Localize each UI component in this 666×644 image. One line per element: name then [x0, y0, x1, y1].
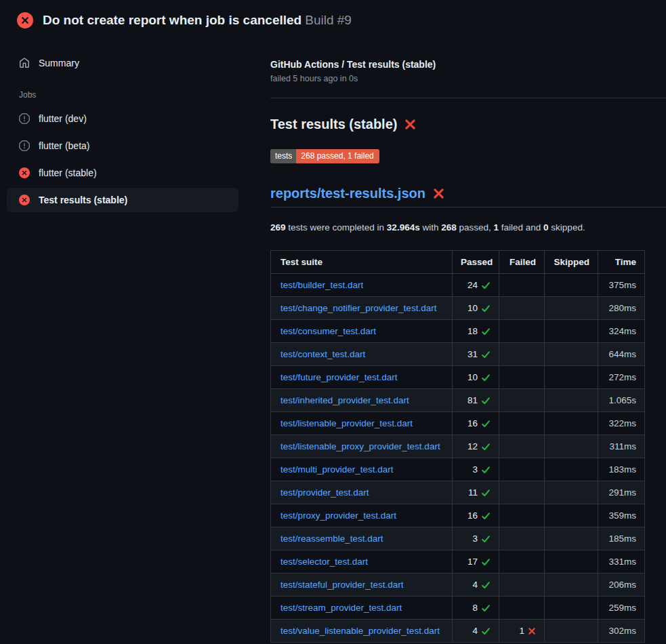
build-number: Build #9	[305, 13, 352, 27]
duration: 32.964s	[387, 222, 420, 233]
skipped-cell	[545, 435, 598, 458]
passed-count: 268	[441, 222, 457, 233]
report-title: reports/test-results.json	[270, 186, 666, 207]
jobs-section-label: Jobs	[0, 73, 270, 104]
suite-cell: test/stream_provider_test.dart	[271, 597, 453, 620]
failed-cell	[499, 274, 545, 297]
sidebar-item-flutter-dev[interactable]: flutter (dev)	[7, 106, 238, 131]
passed-cell: 4	[453, 573, 499, 597]
skipped-cell	[545, 366, 598, 389]
suite-cell: test/future_provider_test.dart	[271, 366, 453, 389]
section-title: Test results (stable)	[270, 117, 666, 132]
time-cell: 331ms	[598, 550, 645, 573]
table-row: test/context_test.dart31644ms	[271, 343, 645, 366]
check-icon	[481, 626, 491, 636]
suite-link[interactable]: test/multi_provider_test.dart	[280, 464, 394, 475]
passed-cell: 24	[453, 274, 499, 297]
sidebar-item-summary[interactable]: Summary	[7, 54, 238, 73]
jobs-list: flutter (dev)flutter (beta)flutter (stab…	[0, 106, 270, 212]
failed-cell	[499, 504, 545, 527]
status-line: failed 5 hours ago in 0s	[270, 74, 666, 83]
table-row: test/inherited_provider_test.dart811.065…	[271, 389, 645, 412]
suite-link[interactable]: test/listenable_provider_test.dart	[280, 418, 413, 428]
suite-link[interactable]: test/reassemble_test.dart	[280, 534, 383, 544]
divider	[270, 98, 666, 98]
failed-cell	[499, 366, 545, 389]
passed-value: 12	[467, 441, 478, 451]
time-cell: 183ms	[598, 458, 645, 481]
failed-cell	[499, 297, 545, 320]
breadcrumb[interactable]: GitHub Actions / Test results (stable)	[270, 59, 666, 70]
check-icon	[481, 327, 491, 336]
table-row: test/multi_provider_test.dart3183ms	[271, 458, 645, 481]
job-label: flutter (beta)	[39, 140, 89, 151]
passed-cell: 17	[453, 550, 499, 573]
suite-cell: test/value_listenable_provider_test.dart	[271, 620, 453, 643]
stop-icon	[19, 140, 30, 151]
sidebar-item-flutter-stable[interactable]: flutter (stable)	[7, 161, 238, 185]
passed-value: 8	[472, 603, 478, 613]
suite-link[interactable]: test/context_test.dart	[280, 349, 365, 359]
main-content: GitHub Actions / Test results (stable) f…	[270, 39, 666, 644]
table-row: test/consumer_test.dart18324ms	[271, 320, 645, 343]
passed-cell: 31	[453, 343, 499, 366]
time-cell: 185ms	[598, 527, 645, 550]
skipped-cell	[545, 343, 598, 366]
suite-link[interactable]: test/selector_test.dart	[280, 557, 368, 567]
passed-value: 10	[467, 303, 478, 313]
failed-cell	[499, 435, 545, 458]
suite-link[interactable]: test/change_notifier_provider_test.dart	[280, 303, 436, 313]
table-row: test/future_provider_test.dart10272ms	[271, 366, 645, 389]
failed-cell	[499, 573, 545, 597]
table-row: test/stream_provider_test.dart8259ms	[271, 597, 645, 620]
table-row: test/selector_test.dart17331ms	[271, 550, 645, 573]
table-row: test/builder_test.dart24375ms	[271, 274, 645, 297]
check-icon	[481, 281, 491, 290]
suite-link[interactable]: test/stateful_provider_test.dart	[280, 580, 404, 590]
passed-cell: 4	[453, 620, 499, 643]
x-circle-icon	[19, 167, 30, 178]
total-count: 269	[270, 222, 286, 233]
skipped-cell	[545, 527, 598, 550]
job-label: Test results (stable)	[39, 195, 127, 205]
passed-cell: 18	[453, 320, 499, 343]
suite-link[interactable]: test/listenable_proxy_provider_test.dart	[280, 441, 440, 451]
passed-value: 4	[472, 580, 478, 590]
table-row: test/change_notifier_provider_test.dart1…	[271, 297, 645, 320]
failed-value: 1	[519, 626, 524, 636]
col-header-passed: Passed	[453, 251, 499, 274]
time-cell: 375ms	[598, 274, 645, 297]
failed-cell	[499, 597, 545, 620]
suite-link[interactable]: test/consumer_test.dart	[280, 326, 376, 336]
table-row: test/stateful_provider_test.dart4206ms	[271, 573, 645, 597]
time-cell: 311ms	[598, 435, 645, 458]
suite-cell: test/multi_provider_test.dart	[271, 458, 453, 481]
suite-link[interactable]: test/future_provider_test.dart	[280, 372, 398, 382]
check-icon	[481, 557, 491, 567]
suite-link[interactable]: test/value_listenable_provider_test.dart	[280, 626, 440, 636]
table-row: test/listenable_proxy_provider_test.dart…	[271, 435, 645, 458]
failed-cell	[499, 343, 545, 366]
suite-link[interactable]: test/proxy_provider_test.dart	[280, 510, 396, 521]
table-row: test/listenable_provider_test.dart16322m…	[271, 412, 645, 435]
run-title: Do not create report when job is cancell…	[43, 13, 352, 28]
sidebar-item-flutter-beta[interactable]: flutter (beta)	[7, 134, 238, 158]
suite-link[interactable]: test/provider_test.dart	[280, 487, 369, 498]
suite-link[interactable]: test/builder_test.dart	[280, 280, 363, 290]
failed-count: 1	[494, 222, 499, 233]
table-row: test/proxy_provider_test.dart16359ms	[271, 504, 645, 527]
passed-value: 81	[467, 395, 478, 405]
header: Do not create report when job is cancell…	[0, 0, 666, 39]
col-header-skipped: Skipped	[545, 251, 598, 274]
suite-link[interactable]: test/inherited_provider_test.dart	[280, 395, 409, 405]
passed-value: 18	[467, 326, 478, 336]
skipped-cell	[545, 412, 598, 435]
failed-cell	[499, 320, 545, 343]
page: Do not create report when job is cancell…	[0, 0, 666, 644]
passed-value: 24	[467, 280, 478, 290]
test-table-body: test/builder_test.dart24375mstest/change…	[271, 274, 645, 643]
time-cell: 259ms	[598, 597, 645, 620]
sidebar-item-test-results-stable[interactable]: Test results (stable)	[7, 188, 238, 212]
report-link[interactable]: reports/test-results.json	[270, 186, 425, 201]
suite-link[interactable]: test/stream_provider_test.dart	[280, 603, 402, 613]
